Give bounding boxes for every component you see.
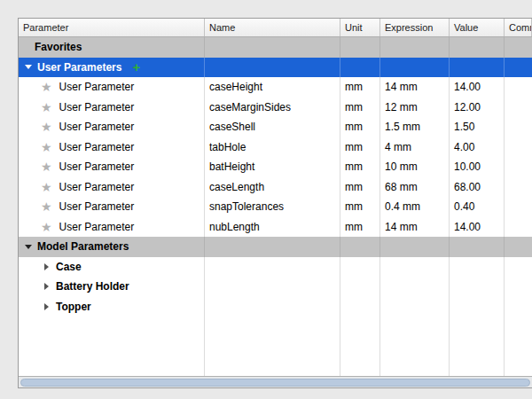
param-comment-cell[interactable]: [505, 157, 532, 177]
param-expression-cell[interactable]: 14 mm: [380, 77, 450, 98]
param-type-cell: ★ User Parameter: [19, 177, 205, 198]
col-header-parameter[interactable]: Parameter: [19, 19, 205, 36]
col-header-value[interactable]: Value: [450, 19, 505, 36]
param-row-caseHeight[interactable]: ★ User Parameter caseHeight mm 14 mm 14.…: [19, 77, 532, 98]
empty-cell: [450, 37, 505, 58]
param-row-batHeight[interactable]: ★ User Parameter batHeight mm 10 mm 10.0…: [19, 157, 532, 177]
collapse-arrow-icon[interactable]: [25, 65, 32, 69]
param-name-cell[interactable]: caseHeight: [205, 77, 340, 98]
subgroup-row-case[interactable]: Case: [19, 257, 532, 278]
param-row-caseLength[interactable]: ★ User Parameter caseLength mm 68 mm 68.…: [19, 177, 532, 198]
favorite-star-icon[interactable]: ★: [41, 141, 52, 153]
param-value-cell: 0.40: [450, 197, 505, 217]
col-header-expression[interactable]: Expression: [380, 19, 450, 36]
param-value-cell: 14.00: [450, 217, 505, 238]
row-type-label: User Parameter: [59, 160, 135, 173]
param-unit-cell: mm: [340, 137, 380, 158]
empty-cell: [450, 317, 505, 376]
parameters-table: Parameter Name Unit Expression Value Com…: [18, 18, 532, 388]
subgroup-row-topper[interactable]: Topper: [19, 297, 532, 317]
subgroup-cell: Case: [19, 257, 205, 278]
param-comment-cell[interactable]: [505, 197, 532, 217]
param-name-cell[interactable]: caseShell: [205, 117, 340, 137]
empty-cell: [340, 58, 380, 78]
param-row-caseShell[interactable]: ★ User Parameter caseShell mm 1.5 mm 1.5…: [19, 117, 532, 137]
empty-cell: [505, 58, 532, 78]
param-expression-cell[interactable]: 10 mm: [380, 157, 450, 177]
row-type-label: User Parameter: [59, 221, 135, 233]
param-comment-cell[interactable]: [505, 117, 532, 137]
favorite-star-icon[interactable]: ★: [41, 101, 52, 113]
empty-cell: [505, 277, 532, 297]
expand-arrow-icon[interactable]: [44, 303, 49, 310]
param-comment-cell[interactable]: [505, 217, 532, 238]
col-header-comments[interactable]: Comments: [505, 19, 532, 36]
horizontal-scrollbar[interactable]: [19, 376, 532, 387]
subgroup-label: Case: [56, 261, 82, 273]
empty-cell: [505, 297, 532, 317]
param-type-cell: ★ User Parameter: [19, 157, 205, 177]
param-name-cell[interactable]: nubLength: [205, 217, 340, 238]
param-row-nubLength[interactable]: ★ User Parameter nubLength mm 14 mm 14.0…: [19, 217, 532, 238]
col-header-name[interactable]: Name: [205, 19, 340, 36]
param-expression-cell[interactable]: 0.4 mm: [380, 197, 450, 217]
param-value-cell: 14.00: [450, 77, 505, 98]
group-cell: Favorites: [19, 37, 205, 58]
param-expression-cell[interactable]: 4 mm: [380, 137, 450, 158]
param-unit-cell: mm: [340, 117, 380, 137]
empty-cell: [380, 237, 450, 257]
favorite-star-icon[interactable]: ★: [41, 160, 52, 173]
collapse-arrow-icon[interactable]: [25, 245, 32, 249]
param-name-cell[interactable]: snapTolerances: [205, 197, 340, 217]
param-row-snapTolerances[interactable]: ★ User Parameter snapTolerances mm 0.4 m…: [19, 197, 532, 217]
param-comment-cell[interactable]: [505, 177, 532, 198]
subgroup-row-battery-holder[interactable]: Battery Holder: [19, 277, 532, 297]
empty-cell: [340, 277, 380, 297]
param-expression-cell[interactable]: 14 mm: [380, 217, 450, 238]
favorite-star-icon[interactable]: ★: [41, 181, 52, 193]
group-row-favorites[interactable]: Favorites: [19, 37, 532, 58]
parameters-dialog: { "colors": { "selection_blue": "#1b63d6…: [0, 0, 532, 399]
param-value-cell: 12.00: [450, 98, 505, 118]
param-expression-cell[interactable]: 12 mm: [380, 98, 450, 118]
expand-arrow-icon[interactable]: [44, 283, 49, 290]
empty-cell: [340, 37, 380, 58]
param-type-cell: ★ User Parameter: [19, 117, 205, 137]
empty-cell: [19, 317, 205, 376]
empty-cell: [380, 257, 450, 278]
empty-cell: [505, 317, 532, 376]
param-expression-cell[interactable]: 1.5 mm: [380, 117, 450, 137]
empty-cell: [205, 297, 340, 317]
col-header-unit[interactable]: Unit: [340, 19, 380, 36]
empty-cell: [205, 317, 340, 376]
param-type-cell: ★ User Parameter: [19, 137, 205, 158]
empty-cell: [380, 297, 450, 317]
param-name-cell[interactable]: batHeight: [205, 157, 340, 177]
group-cell: Model Parameters: [19, 237, 205, 257]
group-row-model-parameters[interactable]: Model Parameters: [19, 237, 532, 257]
table-header: Parameter Name Unit Expression Value Com…: [19, 19, 532, 37]
group-label: Model Parameters: [37, 240, 129, 253]
favorite-star-icon[interactable]: ★: [41, 200, 52, 213]
param-comment-cell[interactable]: [505, 98, 532, 118]
param-name-cell[interactable]: tabHole: [205, 137, 340, 158]
subgroup-label: Battery Holder: [56, 280, 129, 293]
favorite-star-icon[interactable]: ★: [41, 221, 52, 233]
favorite-star-icon[interactable]: ★: [41, 121, 52, 133]
param-expression-cell[interactable]: 68 mm: [380, 177, 450, 198]
empty-cell: [340, 317, 380, 376]
favorite-star-icon[interactable]: ★: [41, 81, 52, 93]
param-name-cell[interactable]: caseLength: [205, 177, 340, 198]
param-comment-cell[interactable]: [505, 77, 532, 98]
expand-arrow-icon[interactable]: [44, 263, 49, 270]
param-name-cell[interactable]: caseMarginSides: [205, 98, 340, 118]
add-parameter-icon[interactable]: +: [132, 60, 140, 74]
param-row-tabHole[interactable]: ★ User Parameter tabHole mm 4 mm 4.00: [19, 137, 532, 158]
empty-cell: [450, 257, 505, 278]
param-type-cell: ★ User Parameter: [19, 197, 205, 217]
horizontal-scrollbar-thumb[interactable]: [20, 379, 530, 387]
param-row-caseMarginSides[interactable]: ★ User Parameter caseMarginSides mm 12 m…: [19, 98, 532, 118]
param-comment-cell[interactable]: [505, 137, 532, 158]
group-row-user-parameters[interactable]: User Parameters +: [19, 58, 532, 78]
empty-cell: [450, 277, 505, 297]
